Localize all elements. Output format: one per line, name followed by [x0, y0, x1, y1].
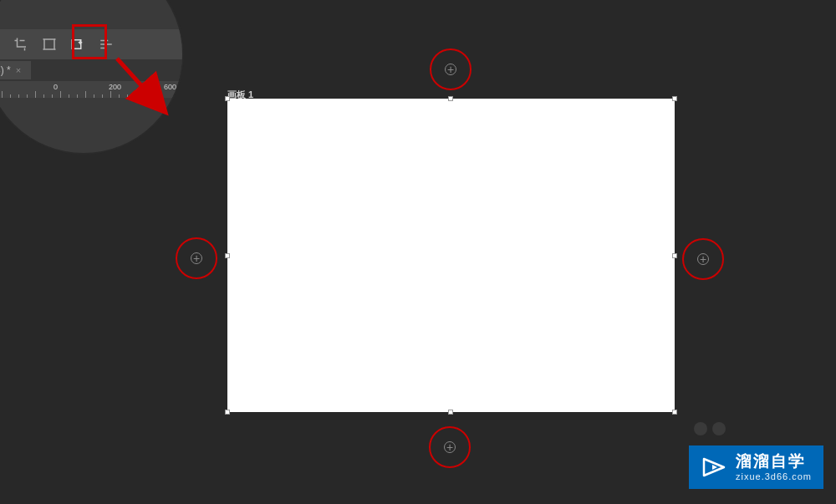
resize-handle-top-left[interactable]	[225, 96, 230, 101]
svg-rect-0	[44, 39, 54, 49]
horizontal-ruler[interactable]: 0 200 600	[0, 81, 182, 98]
add-artboard-right-button[interactable]: +	[697, 253, 709, 265]
add-artboard-top-button[interactable]: +	[445, 64, 456, 75]
add-artboard-bottom-highlight: +	[429, 426, 471, 468]
artboard-tool-highlight	[72, 24, 107, 59]
resize-handle-middle-left[interactable]	[225, 253, 230, 258]
add-artboard-right-highlight: +	[682, 238, 724, 280]
watermark-badge: 溜溜自学 zixue.3d66.com	[689, 445, 823, 489]
resize-handle-top-right[interactable]	[672, 96, 677, 101]
ruler-mark: 600	[164, 83, 176, 91]
watermark-text: 溜溜自学 zixue.3d66.com	[736, 452, 812, 482]
svg-marker-5	[712, 465, 717, 470]
watermark-title: 溜溜自学	[736, 452, 812, 471]
crop-tool-icon[interactable]	[10, 33, 32, 55]
resize-handle-bottom-left[interactable]	[225, 410, 230, 415]
close-tab-icon[interactable]: ×	[16, 65, 21, 75]
document-tabs: 8) * ×	[0, 59, 182, 81]
add-artboard-left-button[interactable]: +	[191, 252, 202, 264]
document-tab[interactable]: 8) * ×	[0, 61, 31, 79]
resize-handle-bottom-middle[interactable]	[448, 410, 453, 415]
resize-handle-bottom-right[interactable]	[672, 410, 677, 415]
frame-tool-icon[interactable]	[38, 33, 60, 55]
add-artboard-left-highlight: +	[176, 237, 217, 279]
resize-handle-middle-right[interactable]	[672, 253, 677, 258]
add-artboard-bottom-button[interactable]: +	[444, 441, 456, 453]
artboard-canvas[interactable]	[227, 99, 675, 412]
watermark-logo-icon	[701, 454, 727, 481]
add-artboard-top-highlight: +	[430, 48, 472, 90]
resize-handle-top-middle[interactable]	[448, 96, 453, 101]
ruler-mark: 200	[109, 83, 121, 91]
mascot-eyes-decoration	[694, 422, 727, 439]
ruler-mark: 0	[54, 83, 58, 91]
tab-label: 8) *	[0, 64, 11, 76]
watermark-url: zixue.3d66.com	[736, 471, 812, 482]
